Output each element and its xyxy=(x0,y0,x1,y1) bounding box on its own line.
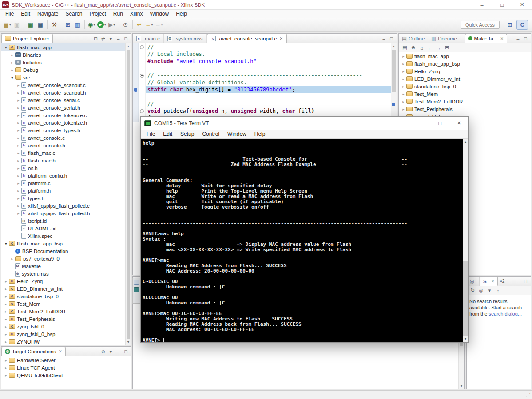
dropdown-arrow-icon[interactable]: ▾ xyxy=(113,23,115,27)
last-edit-location-button[interactable]: ↩ xyxy=(135,20,144,30)
tree-item[interactable]: ▸CTest_Mem xyxy=(1,300,125,308)
expand-arrow-icon[interactable]: ▸ xyxy=(16,158,21,163)
tree-item[interactable]: ▾Cflash_mac_app xyxy=(1,43,125,51)
dropdown-arrow-icon[interactable]: ▾ xyxy=(93,23,95,27)
dropdown-arrow-icon[interactable]: ▾ xyxy=(9,23,11,27)
tab-make-ta-[interactable]: Make Ta...✕ xyxy=(465,34,507,43)
expand-arrow-icon[interactable]: ▸ xyxy=(9,257,15,261)
restore-button[interactable]: □ xyxy=(430,117,449,130)
tree-item[interactable]: ▸flash_mac_app_bsp xyxy=(399,60,531,67)
title-bar[interactable]: SDK SDK_Workspace - C/C++ - flash_mac_ap… xyxy=(0,0,532,10)
expand-arrow-icon[interactable]: ▸ xyxy=(16,136,21,140)
minimize-view-icon[interactable]: – xyxy=(514,279,522,284)
tree-item[interactable]: ▸cxilisf_qspips_flash_polled.c xyxy=(1,202,125,209)
close-button[interactable]: ✕ xyxy=(449,117,468,130)
view-menu-icon[interactable]: ▾ xyxy=(107,349,115,354)
tree-item[interactable]: ▸CLED_Dimmer_w_Int xyxy=(1,285,125,292)
expand-arrow-icon[interactable]: ▸ xyxy=(401,92,406,96)
minimize-view-icon[interactable]: – xyxy=(514,36,522,41)
minimized-console-view-icon[interactable] xyxy=(134,287,139,292)
menu-file[interactable]: File xyxy=(2,10,17,17)
tree-item[interactable]: ▸QEMU TcfGdbClient xyxy=(1,371,131,379)
tree-item[interactable]: iBSP Documentation xyxy=(1,247,125,255)
expand-arrow-icon[interactable]: ▸ xyxy=(3,340,9,344)
editor-tab-main.c[interactable]: cmain.c xyxy=(133,34,164,43)
tree-item[interactable]: ▸flash_mac_app xyxy=(399,52,531,60)
expand-arrow-icon[interactable]: ▸ xyxy=(16,121,21,125)
new-wizard-button[interactable]: ▤▾ xyxy=(2,20,12,30)
tree-item[interactable]: ▸Test_Mem2_FullDDR xyxy=(399,98,531,105)
close-button[interactable]: ✕ xyxy=(512,0,532,9)
tree-item[interactable]: ▸cavnet_console.c xyxy=(1,134,125,142)
tree-item[interactable]: ▸hxilisf_qspips_flash_polled.h xyxy=(1,209,125,217)
restore-minimized-view-icon[interactable] xyxy=(134,280,139,285)
expand-collapse-icon[interactable]: ↕ xyxy=(494,288,502,293)
expand-arrow-icon[interactable]: ▸ xyxy=(401,54,406,59)
minimize-view-icon[interactable]: – xyxy=(115,36,122,41)
tree-item[interactable]: ▸Test_Peripherals xyxy=(399,105,531,113)
tree-item[interactable]: ▸Hello_Zynq xyxy=(399,67,531,75)
scroll-up-icon[interactable]: ▲ xyxy=(463,139,468,145)
expand-arrow-icon[interactable]: ▸ xyxy=(16,128,21,133)
expand-arrow-icon[interactable]: ▸ xyxy=(3,358,9,363)
program-flash-button[interactable]: ▦ xyxy=(26,20,36,30)
expand-arrow-icon[interactable]: ▸ xyxy=(16,113,21,118)
tree-item[interactable]: MMakefile xyxy=(1,262,125,270)
tera-term-menu-file[interactable]: File xyxy=(143,130,159,138)
external-tools-button[interactable]: ▶▾ xyxy=(107,20,117,30)
expand-arrow-icon[interactable]: ▸ xyxy=(3,287,9,291)
expand-arrow-icon[interactable]: ▸ xyxy=(401,62,406,66)
expand-arrow-icon[interactable]: ▸ xyxy=(16,204,21,208)
editor-tab-system.mss[interactable]: ⚙system.mss xyxy=(164,34,207,43)
tree-item[interactable]: ▾src xyxy=(1,74,125,81)
expand-arrow-icon[interactable]: ▸ xyxy=(3,317,9,321)
resize-grip-icon[interactable]: ⋰ xyxy=(526,392,531,398)
scrollbar-thumb[interactable] xyxy=(127,50,130,339)
expand-arrow-icon[interactable]: ▸ xyxy=(16,211,21,216)
tree-item[interactable]: ▸010Binaries xyxy=(1,51,125,59)
maximize-button[interactable]: □ xyxy=(492,0,512,9)
tree-item[interactable]: ▸Debug xyxy=(1,66,125,74)
expand-arrow-icon[interactable]: ▸ xyxy=(9,60,15,65)
collapse-arrow-icon[interactable]: ▾ xyxy=(3,241,9,246)
expand-arrow-icon[interactable]: ▸ xyxy=(9,53,15,57)
terminal-screen[interactable]: help------------------------------------… xyxy=(141,139,463,342)
expand-arrow-icon[interactable]: ▸ xyxy=(3,279,9,284)
link-with-editor-icon[interactable]: ⇄ xyxy=(99,36,107,41)
new-connection-icon[interactable]: ⊕ xyxy=(99,349,107,354)
tree-item[interactable]: ▸Hardware Server xyxy=(1,356,131,364)
maximize-view-icon[interactable]: □ xyxy=(122,36,130,41)
tree-item[interactable]: ▸≡Includes xyxy=(1,59,125,66)
dropdown-arrow-icon[interactable]: ▾ xyxy=(151,23,153,27)
tab-target-connections[interactable]: ◎ Target Connections ✕ xyxy=(1,347,66,356)
sdk-log-button[interactable]: ▥ xyxy=(73,20,83,30)
expand-arrow-icon[interactable]: ▸ xyxy=(401,107,406,111)
expand-arrow-icon[interactable]: ▸ xyxy=(401,77,406,81)
home-icon[interactable]: ⌂ xyxy=(417,45,426,51)
tree-item[interactable]: ▸Test_Mem xyxy=(399,90,531,98)
expand-arrow-icon[interactable]: ▸ xyxy=(401,99,406,104)
tree-item[interactable]: ▸havnet_console_scanput.h xyxy=(1,89,125,96)
minimize-view-icon[interactable]: – xyxy=(115,349,122,354)
tera-term-menu-edit[interactable]: Edit xyxy=(159,130,176,138)
tree-item[interactable]: ▸LED_Dimmer_w_Int xyxy=(399,75,531,83)
tab-search[interactable]: S ✕ xyxy=(480,277,498,286)
expand-arrow-icon[interactable]: ▸ xyxy=(401,69,406,74)
tree-item[interactable]: ▸CTest_Mem2_FullDDR xyxy=(1,308,125,315)
expand-arrow-icon[interactable]: ▸ xyxy=(16,174,21,178)
maximize-view-icon[interactable]: □ xyxy=(122,349,130,354)
close-view-icon[interactable]: ✕ xyxy=(491,279,495,284)
expand-arrow-icon[interactable]: ▸ xyxy=(16,91,21,95)
menu-project[interactable]: Project xyxy=(86,10,109,17)
expand-arrow-icon[interactable]: ▸ xyxy=(16,166,21,170)
tera-term-menu-help[interactable]: Help xyxy=(250,130,270,138)
fold-collapse-icon[interactable] xyxy=(140,45,144,49)
close-view-icon[interactable]: ✕ xyxy=(59,349,62,354)
menu-edit[interactable]: Edit xyxy=(17,10,34,17)
tree-item[interactable]: ▸Czynq_fsbl_0 xyxy=(1,323,125,330)
run-search-again-icon[interactable]: ↻ xyxy=(468,288,477,293)
tree-item[interactable]: ▸hplatform.h xyxy=(1,187,125,194)
expand-arrow-icon[interactable]: ▸ xyxy=(3,302,9,306)
menu-run[interactable]: Run xyxy=(110,10,127,17)
scrollbar-thumb[interactable] xyxy=(463,261,468,336)
